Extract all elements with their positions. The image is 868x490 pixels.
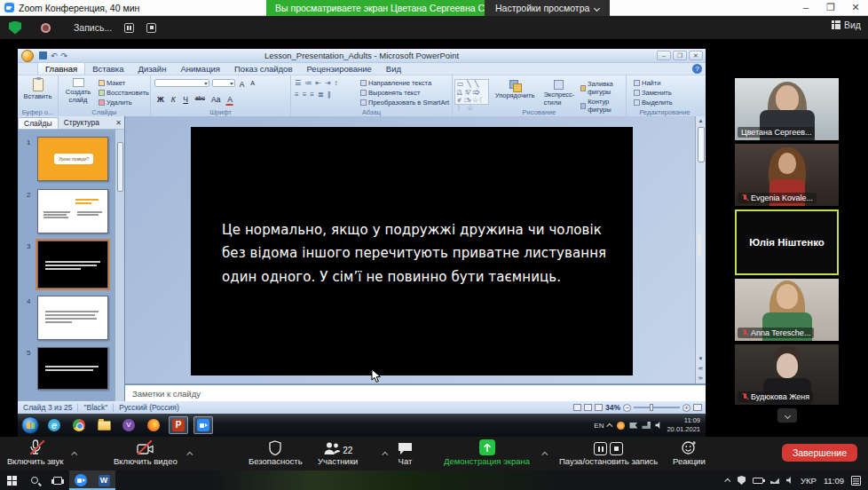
scrollbar-thumb[interactable]: [698, 127, 705, 162]
layout-button[interactable]: Макет: [99, 79, 149, 87]
chat-button[interactable]: Чат: [398, 439, 413, 466]
tab-slides[interactable]: Слайды: [18, 117, 59, 129]
previous-slide-icon[interactable]: ≪: [696, 364, 706, 374]
align-right-icon[interactable]: ≡: [310, 91, 314, 99]
font-name-combo[interactable]: [154, 79, 209, 87]
task-view-icon[interactable]: [46, 470, 69, 490]
stop-recording-button[interactable]: [146, 23, 156, 33]
new-slide-button[interactable]: Создать слайд: [60, 77, 96, 107]
start-button[interactable]: [21, 416, 39, 434]
internet-explorer-icon[interactable]: e: [44, 416, 64, 434]
unmute-button[interactable]: Включить звук: [7, 439, 63, 466]
tab-animation[interactable]: Анимация: [173, 63, 227, 75]
start-button[interactable]: [0, 470, 23, 490]
tab-insert[interactable]: Вставка: [85, 63, 130, 75]
zoom-taskbar-icon[interactable]: [193, 416, 213, 434]
zoom-in-button[interactable]: +: [683, 404, 690, 412]
slide-thumbnail-2[interactable]: 2: [37, 189, 108, 233]
language-indicator[interactable]: УКР: [801, 476, 817, 486]
battery-icon[interactable]: [753, 478, 763, 484]
pause-recording-button[interactable]: [124, 23, 134, 33]
shapes-gallery[interactable]: ▭ ╲ ╲ □ ○ ▭ △ ▽ ◇ ○ □ ☆ ✓ ∿ 〈 〉 ☆: [454, 79, 489, 105]
zoom-taskbar-icon[interactable]: [69, 470, 92, 490]
paste-button[interactable]: Вставить: [20, 77, 56, 101]
align-center-icon[interactable]: ≡: [303, 91, 307, 99]
powerpoint-taskbar-icon[interactable]: P: [169, 416, 188, 434]
arrange-button[interactable]: Упорядочить: [493, 79, 538, 100]
numbering-icon[interactable]: ≔: [304, 79, 312, 87]
participant-tile[interactable]: Anna Teresche...: [735, 279, 839, 341]
italic-button[interactable]: К: [170, 94, 178, 106]
ppt-close-button[interactable]: ✕: [689, 51, 703, 60]
tab-design[interactable]: Дизайн: [130, 63, 173, 75]
viber-icon[interactable]: V: [119, 416, 138, 434]
wifi-icon[interactable]: [770, 477, 779, 484]
chrome-icon[interactable]: [69, 416, 89, 434]
network-icon[interactable]: [642, 422, 651, 429]
minimize-button[interactable]: –: [793, 0, 818, 16]
shrink-font-button[interactable]: А: [249, 79, 256, 90]
underline-button[interactable]: Ч: [182, 94, 190, 106]
tray-expand-icon[interactable]: [607, 423, 613, 429]
slideshow-view-icon[interactable]: [595, 404, 603, 411]
slide-thumbnail-4[interactable]: 4: [37, 296, 108, 340]
zoom-out-button[interactable]: −: [623, 404, 631, 412]
participant-tile[interactable]: Evgenia Kovale...: [735, 144, 839, 206]
fit-to-window-icon[interactable]: [693, 404, 702, 411]
pane-scrollbar[interactable]: [114, 130, 124, 401]
zoom-slider-knob[interactable]: [650, 404, 653, 411]
speaker-icon[interactable]: [786, 477, 793, 484]
smartart-button[interactable]: Преобразовать в SmartArt: [360, 99, 449, 107]
tab-home[interactable]: Главная: [37, 62, 85, 75]
notes-field[interactable]: Заметки к слайду: [125, 383, 706, 401]
reactions-button[interactable]: Реакции: [673, 439, 706, 466]
participant-tile[interactable]: Цветана Сергеев...: [735, 78, 839, 140]
select-button[interactable]: Выделить: [634, 99, 701, 107]
bullets-icon[interactable]: ☰: [295, 79, 301, 87]
audio-options-chevron[interactable]: [73, 444, 77, 460]
tab-slideshow[interactable]: Показ слайдов: [227, 63, 299, 75]
view-layout-button[interactable]: Вид: [832, 20, 861, 30]
line-spacing-icon[interactable]: ↕: [335, 79, 338, 87]
scroll-up-icon[interactable]: ▲: [696, 116, 706, 126]
security-shield-icon[interactable]: [9, 21, 21, 35]
justify-icon[interactable]: ≣: [318, 91, 324, 99]
share-options-chevron[interactable]: [543, 444, 548, 460]
participant-tile-active-speaker[interactable]: Юлія Ніштенко: [735, 209, 839, 275]
close-pane-icon[interactable]: ✕: [115, 119, 122, 127]
next-slide-icon[interactable]: ≫: [696, 374, 706, 383]
slide-sorter-icon[interactable]: [584, 404, 592, 411]
restore-button[interactable]: ❐: [818, 0, 843, 16]
speaker-icon[interactable]: [655, 422, 662, 429]
tray-app-icon[interactable]: [617, 422, 625, 430]
clock[interactable]: 11:09: [824, 476, 844, 486]
delete-button[interactable]: Удалить: [99, 99, 149, 107]
view-settings-button[interactable]: Настройки просмотра: [485, 0, 610, 16]
sidebar-collapse-handle[interactable]: [698, 233, 701, 257]
columns-icon[interactable]: ∥: [327, 91, 331, 99]
normal-view-icon[interactable]: [573, 404, 581, 411]
current-slide[interactable]: Це нормально, якщо у подружжі дружина чи…: [191, 127, 633, 375]
font-color-button[interactable]: А: [225, 94, 233, 106]
ppt-minimize-button[interactable]: –: [657, 51, 671, 60]
strikethrough-button[interactable]: abc: [194, 94, 206, 106]
tray-clock[interactable]: 11:09 20.01.2021: [667, 416, 700, 434]
end-meeting-button[interactable]: Завершение: [782, 444, 857, 462]
security-button[interactable]: Безопасность: [249, 439, 303, 466]
bold-button[interactable]: Ж: [156, 94, 165, 106]
text-direction-button[interactable]: Направление текста: [360, 79, 449, 87]
tab-view[interactable]: Вид: [379, 63, 408, 75]
align-text-button[interactable]: Выровнять текст: [360, 89, 449, 97]
change-case-button[interactable]: Аа: [210, 94, 222, 106]
participants-button[interactable]: 22 Участники: [318, 439, 358, 466]
ppt-restore-button[interactable]: ❐: [673, 51, 687, 60]
participant-tile[interactable]: Будюкова Женя: [735, 344, 839, 405]
slide-thumbnail-3[interactable]: 3: [37, 241, 108, 288]
word-taskbar-icon[interactable]: W: [92, 470, 115, 490]
slide-thumbnail-5[interactable]: 5: [37, 347, 108, 390]
share-screen-button[interactable]: Демонстрация экрана: [444, 439, 530, 466]
start-video-button[interactable]: Включить видео: [114, 439, 178, 466]
help-icon[interactable]: ?: [692, 64, 702, 74]
grow-font-button[interactable]: А: [238, 79, 246, 90]
notification-center-icon[interactable]: [851, 476, 861, 486]
